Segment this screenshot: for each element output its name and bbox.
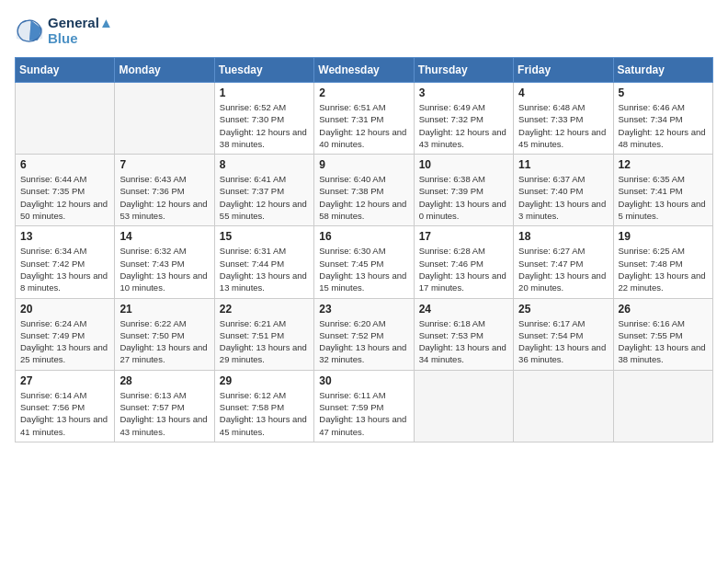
calendar-day-cell: 17Sunrise: 6:28 AMSunset: 7:46 PMDayligh… — [414, 226, 513, 298]
day-info: Sunrise: 6:20 AMSunset: 7:52 PMDaylight:… — [319, 317, 408, 366]
day-info: Sunrise: 6:51 AMSunset: 7:31 PMDaylight:… — [319, 101, 408, 150]
day-number: 28 — [119, 374, 209, 387]
calendar-day-cell: 23Sunrise: 6:20 AMSunset: 7:52 PMDayligh… — [314, 298, 414, 370]
day-info: Sunrise: 6:14 AMSunset: 7:56 PMDaylight:… — [20, 389, 109, 438]
calendar-day-cell — [16, 83, 115, 155]
day-number: 5 — [619, 86, 708, 99]
day-number: 7 — [119, 158, 209, 171]
weekday-header: Thursday — [414, 58, 513, 83]
day-info: Sunrise: 6:28 AMSunset: 7:46 PMDaylight:… — [419, 245, 508, 293]
calendar-day-cell: 1Sunrise: 6:52 AMSunset: 7:30 PMDaylight… — [214, 83, 313, 155]
day-info: Sunrise: 6:31 AMSunset: 7:44 PMDaylight:… — [220, 245, 309, 293]
calendar-day-cell: 29Sunrise: 6:12 AMSunset: 7:58 PMDayligh… — [214, 370, 313, 442]
calendar-day-cell: 28Sunrise: 6:13 AMSunset: 7:57 PMDayligh… — [115, 370, 214, 442]
day-number: 9 — [319, 158, 408, 171]
day-info: Sunrise: 6:46 AMSunset: 7:34 PMDaylight:… — [619, 101, 708, 150]
day-info: Sunrise: 6:27 AMSunset: 7:47 PMDaylight:… — [518, 245, 608, 293]
calendar-day-cell: 8Sunrise: 6:41 AMSunset: 7:37 PMDaylight… — [214, 155, 313, 226]
day-number: 16 — [319, 230, 408, 243]
calendar-week-row: 13Sunrise: 6:34 AMSunset: 7:42 PMDayligh… — [16, 226, 713, 298]
calendar-day-cell: 7Sunrise: 6:43 AMSunset: 7:36 PMDaylight… — [115, 155, 214, 226]
calendar-day-cell: 12Sunrise: 6:35 AMSunset: 7:41 PMDayligh… — [613, 155, 712, 226]
calendar-day-cell: 13Sunrise: 6:34 AMSunset: 7:42 PMDayligh… — [16, 226, 115, 298]
day-info: Sunrise: 6:49 AMSunset: 7:32 PMDaylight:… — [419, 101, 508, 150]
day-info: Sunrise: 6:44 AMSunset: 7:35 PMDaylight:… — [20, 173, 109, 222]
day-info: Sunrise: 6:17 AMSunset: 7:54 PMDaylight:… — [518, 317, 608, 366]
day-number: 20 — [20, 303, 109, 316]
calendar-day-cell: 4Sunrise: 6:48 AMSunset: 7:33 PMDaylight… — [514, 83, 613, 155]
day-number: 2 — [319, 86, 408, 99]
calendar-week-row: 27Sunrise: 6:14 AMSunset: 7:56 PMDayligh… — [16, 370, 713, 442]
day-number: 3 — [419, 86, 508, 99]
calendar-day-cell: 10Sunrise: 6:38 AMSunset: 7:39 PMDayligh… — [414, 155, 513, 226]
day-info: Sunrise: 6:37 AMSunset: 7:40 PMDaylight:… — [518, 173, 608, 222]
calendar-day-cell: 27Sunrise: 6:14 AMSunset: 7:56 PMDayligh… — [16, 370, 115, 442]
page-header: General▲ Blue — [15, 15, 713, 46]
weekday-header: Monday — [115, 58, 214, 83]
calendar-day-cell: 20Sunrise: 6:24 AMSunset: 7:49 PMDayligh… — [16, 298, 115, 370]
day-info: Sunrise: 6:25 AMSunset: 7:48 PMDaylight:… — [619, 245, 708, 293]
day-info: Sunrise: 6:12 AMSunset: 7:58 PMDaylight:… — [220, 389, 309, 438]
day-number: 1 — [220, 86, 309, 99]
calendar-day-cell: 5Sunrise: 6:46 AMSunset: 7:34 PMDaylight… — [613, 83, 712, 155]
calendar-day-cell: 14Sunrise: 6:32 AMSunset: 7:43 PMDayligh… — [115, 226, 214, 298]
day-info: Sunrise: 6:13 AMSunset: 7:57 PMDaylight:… — [119, 389, 209, 438]
day-info: Sunrise: 6:48 AMSunset: 7:33 PMDaylight:… — [518, 101, 608, 150]
calendar-day-cell: 3Sunrise: 6:49 AMSunset: 7:32 PMDaylight… — [414, 83, 513, 155]
day-info: Sunrise: 6:16 AMSunset: 7:55 PMDaylight:… — [619, 317, 708, 366]
day-info: Sunrise: 6:43 AMSunset: 7:36 PMDaylight:… — [119, 173, 209, 222]
weekday-header: Saturday — [613, 58, 712, 83]
calendar-day-cell: 18Sunrise: 6:27 AMSunset: 7:47 PMDayligh… — [514, 226, 613, 298]
weekday-header: Friday — [514, 58, 613, 83]
calendar-day-cell: 11Sunrise: 6:37 AMSunset: 7:40 PMDayligh… — [514, 155, 613, 226]
calendar-day-cell: 21Sunrise: 6:22 AMSunset: 7:50 PMDayligh… — [115, 298, 214, 370]
calendar-table: SundayMondayTuesdayWednesdayThursdayFrid… — [15, 57, 713, 442]
day-number: 25 — [518, 303, 608, 316]
day-info: Sunrise: 6:35 AMSunset: 7:41 PMDaylight:… — [619, 173, 708, 222]
day-number: 15 — [220, 230, 309, 243]
calendar-header-row: SundayMondayTuesdayWednesdayThursdayFrid… — [16, 58, 713, 83]
day-number: 10 — [419, 158, 508, 171]
day-number: 12 — [619, 158, 708, 171]
day-info: Sunrise: 6:38 AMSunset: 7:39 PMDaylight:… — [419, 173, 508, 222]
calendar-day-cell: 25Sunrise: 6:17 AMSunset: 7:54 PMDayligh… — [514, 298, 613, 370]
day-info: Sunrise: 6:52 AMSunset: 7:30 PMDaylight:… — [220, 101, 309, 150]
calendar-day-cell: 2Sunrise: 6:51 AMSunset: 7:31 PMDaylight… — [314, 83, 414, 155]
calendar-day-cell — [115, 83, 214, 155]
weekday-header: Sunday — [16, 58, 115, 83]
calendar-day-cell: 15Sunrise: 6:31 AMSunset: 7:44 PMDayligh… — [214, 226, 313, 298]
day-number: 27 — [20, 374, 109, 387]
calendar-day-cell — [414, 370, 513, 442]
day-number: 18 — [518, 230, 608, 243]
day-number: 17 — [419, 230, 508, 243]
calendar-day-cell: 19Sunrise: 6:25 AMSunset: 7:48 PMDayligh… — [613, 226, 712, 298]
day-info: Sunrise: 6:40 AMSunset: 7:38 PMDaylight:… — [319, 173, 408, 222]
logo-text: General▲ Blue — [48, 15, 113, 46]
day-number: 19 — [619, 230, 708, 243]
calendar-day-cell: 16Sunrise: 6:30 AMSunset: 7:45 PMDayligh… — [314, 226, 414, 298]
calendar-day-cell: 9Sunrise: 6:40 AMSunset: 7:38 PMDaylight… — [314, 155, 414, 226]
day-info: Sunrise: 6:34 AMSunset: 7:42 PMDaylight:… — [20, 245, 109, 293]
day-number: 24 — [419, 303, 508, 316]
weekday-header: Wednesday — [314, 58, 414, 83]
calendar-day-cell: 6Sunrise: 6:44 AMSunset: 7:35 PMDaylight… — [16, 155, 115, 226]
day-number: 4 — [518, 86, 608, 99]
calendar-day-cell: 24Sunrise: 6:18 AMSunset: 7:53 PMDayligh… — [414, 298, 513, 370]
day-info: Sunrise: 6:21 AMSunset: 7:51 PMDaylight:… — [220, 317, 309, 366]
day-number: 29 — [220, 374, 309, 387]
calendar-day-cell — [514, 370, 613, 442]
day-info: Sunrise: 6:24 AMSunset: 7:49 PMDaylight:… — [20, 317, 109, 366]
day-number: 23 — [319, 303, 408, 316]
weekday-header: Tuesday — [214, 58, 313, 83]
calendar-day-cell: 22Sunrise: 6:21 AMSunset: 7:51 PMDayligh… — [214, 298, 313, 370]
day-number: 26 — [619, 303, 708, 316]
calendar-week-row: 1Sunrise: 6:52 AMSunset: 7:30 PMDaylight… — [16, 83, 713, 155]
day-number: 11 — [518, 158, 608, 171]
day-number: 8 — [220, 158, 309, 171]
day-number: 6 — [20, 158, 109, 171]
day-number: 21 — [119, 303, 209, 316]
day-info: Sunrise: 6:30 AMSunset: 7:45 PMDaylight:… — [319, 245, 408, 293]
calendar-week-row: 6Sunrise: 6:44 AMSunset: 7:35 PMDaylight… — [16, 155, 713, 226]
day-info: Sunrise: 6:18 AMSunset: 7:53 PMDaylight:… — [419, 317, 508, 366]
day-number: 30 — [319, 374, 408, 387]
